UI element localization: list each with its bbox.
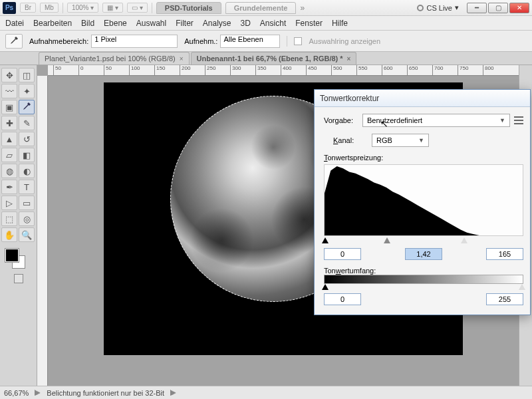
preset-value: Benutzerdefiniert — [367, 116, 422, 124]
output-white-field[interactable] — [486, 293, 523, 305]
brush-tool[interactable]: ✎ — [19, 116, 35, 130]
gradient-tool[interactable]: ◧ — [19, 148, 35, 162]
status-zoom[interactable]: 66,67% — [4, 389, 29, 397]
view-mode-icon[interactable]: ▦ ▾ — [102, 3, 123, 13]
chevron-down-icon: ▼ — [499, 117, 505, 124]
quickmask-toggle[interactable] — [1, 274, 35, 283]
black-point-slider[interactable] — [322, 237, 329, 243]
blur-tool[interactable]: ◍ — [1, 164, 17, 178]
path-select-tool[interactable]: ▷ — [1, 196, 17, 210]
type-tool[interactable]: T — [19, 180, 35, 194]
app-titlebar: Ps Br Mb 100% ▾ ▦ ▾ ▭ ▾ PSD-Tutorials Gr… — [0, 0, 532, 16]
status-bar: 66,67% ⯈ Belichtung funktioniert nur bei… — [0, 386, 532, 399]
menu-auswahl[interactable]: Auswahl — [136, 19, 166, 28]
output-gradient — [324, 275, 523, 284]
healing-tool[interactable]: ✚ — [1, 116, 17, 130]
history-brush-tool[interactable]: ↺ — [19, 132, 35, 146]
dialog-titlebar[interactable]: Tonwertkorrektur — [315, 90, 530, 107]
separator — [63, 3, 63, 13]
window-close-button[interactable]: ✕ — [509, 3, 529, 13]
sample-size-label: Aufnahmebereich: — [29, 37, 88, 45]
channel-select[interactable]: RGB ▼ — [372, 134, 429, 147]
preset-label: Vorgabe: — [324, 116, 358, 124]
marquee-tool[interactable]: ◫ — [19, 68, 35, 82]
document-tab-planet[interactable]: Planet_Variante1.psd bei 100% (RGB/8) × — [39, 52, 190, 65]
eraser-tool[interactable]: ▱ — [1, 148, 17, 162]
cslive-icon — [417, 5, 424, 11]
preset-menu-icon[interactable] — [514, 116, 523, 124]
document-tab-unbenannt[interactable]: Unbenannt-1 bei 66,7% (Ebene 1, RGB/8) *… — [191, 52, 357, 65]
close-tab-icon[interactable]: × — [180, 55, 184, 63]
separator — [152, 3, 152, 13]
input-gamma-field[interactable] — [405, 248, 442, 260]
screen-mode-icon[interactable]: ▭ ▾ — [127, 3, 148, 13]
active-tool-eyedropper-icon[interactable] — [5, 34, 23, 49]
channel-label: Kanal: — [333, 136, 368, 144]
channel-value: RGB — [376, 136, 392, 144]
menu-analyse[interactable]: Analyse — [203, 19, 231, 28]
zoom-tool[interactable]: 🔍 — [19, 227, 35, 242]
eyedropper-tool[interactable] — [19, 100, 35, 114]
cslive-button[interactable]: CS Live ▾ — [417, 3, 459, 12]
cslive-label: CS Live — [426, 4, 452, 12]
dodge-tool[interactable]: ◐ — [19, 164, 35, 178]
menu-3d[interactable]: 3D — [241, 19, 251, 28]
ruler-horizontal: 1005005010015020025030035040045050055060… — [48, 65, 519, 76]
status-arrow-icon[interactable]: ⯈ — [170, 389, 177, 397]
app-logo: Ps — [3, 2, 16, 14]
show-sample-ring-checkbox[interactable] — [294, 37, 302, 45]
sample-layers-select[interactable]: Alle Ebenen — [220, 35, 280, 48]
pen-tool[interactable]: ✒ — [1, 180, 17, 194]
menu-bild[interactable]: Bild — [81, 19, 94, 28]
shape-tool[interactable]: ▭ — [19, 196, 35, 210]
lasso-tool[interactable]: 〰 — [1, 84, 17, 98]
color-swatches[interactable] — [1, 247, 35, 270]
white-point-slider[interactable] — [461, 237, 467, 243]
output-white-slider[interactable] — [519, 284, 525, 290]
input-black-field[interactable] — [324, 248, 361, 260]
bridge-chip[interactable]: Br — [20, 3, 36, 13]
crop-tool[interactable]: ▣ — [1, 100, 17, 114]
document-tabs: Planet_Variante1.psd bei 100% (RGB/8) × … — [0, 52, 532, 65]
output-sliders[interactable] — [324, 284, 523, 292]
chevron-down-icon: ▼ — [418, 137, 424, 144]
move-tool[interactable]: ✥ — [1, 68, 17, 82]
menu-hilfe[interactable]: Hilfe — [332, 19, 348, 28]
menu-ebene[interactable]: Ebene — [104, 19, 127, 28]
status-arrow-icon[interactable]: ⯈ — [34, 389, 41, 397]
foreground-swatch[interactable] — [5, 249, 19, 262]
close-tab-icon[interactable]: × — [347, 55, 351, 63]
window-minimize-button[interactable]: ━ — [467, 3, 487, 13]
workspace-overflow-icon[interactable]: » — [300, 3, 305, 13]
input-sliders[interactable] — [324, 237, 523, 245]
zoom-select[interactable]: 100% ▾ — [67, 3, 98, 13]
output-black-field[interactable] — [324, 293, 361, 305]
separator — [287, 36, 287, 47]
magic-wand-tool[interactable]: ✦ — [19, 84, 35, 98]
status-message: Belichtung funktioniert nur bei 32-Bit — [47, 389, 164, 397]
preset-select[interactable]: Benutzerdefiniert ▼ — [362, 114, 510, 127]
options-bar: Aufnahmebereich: 1 Pixel Aufnehm.: Alle … — [0, 31, 532, 52]
menu-fenster[interactable]: Fenster — [295, 19, 323, 28]
workspace-tab-grundelemente[interactable]: Grundelemente — [225, 2, 297, 14]
3d-tool[interactable]: ⬚ — [1, 211, 17, 226]
window-maximize-button[interactable]: ▢ — [488, 3, 508, 13]
sample-size-select[interactable]: 1 Pixel — [91, 35, 178, 48]
menu-filter[interactable]: Filter — [176, 19, 194, 28]
ruler-vertical — [37, 76, 48, 386]
workspace-tab-tutorials[interactable]: PSD-Tutorials — [156, 2, 221, 14]
menu-bar: Datei Bearbeiten Bild Ebene Auswahl Filt… — [0, 16, 532, 31]
gamma-slider[interactable] — [384, 237, 390, 243]
svg-marker-0 — [325, 166, 523, 235]
menu-bearbeiten[interactable]: Bearbeiten — [33, 19, 72, 28]
stamp-tool[interactable]: ▲ — [1, 132, 17, 146]
output-levels-label: Tonwertumfang: — [324, 267, 523, 275]
output-black-slider[interactable] — [322, 284, 329, 290]
minibridge-chip[interactable]: Mb — [40, 3, 59, 13]
input-white-field[interactable] — [486, 248, 523, 260]
3d-camera-tool[interactable]: ◎ — [19, 211, 35, 226]
chevron-down-icon: ▾ — [455, 3, 459, 12]
menu-datei[interactable]: Datei — [5, 19, 24, 28]
menu-ansicht[interactable]: Ansicht — [260, 19, 286, 28]
hand-tool[interactable]: ✋ — [1, 227, 17, 242]
